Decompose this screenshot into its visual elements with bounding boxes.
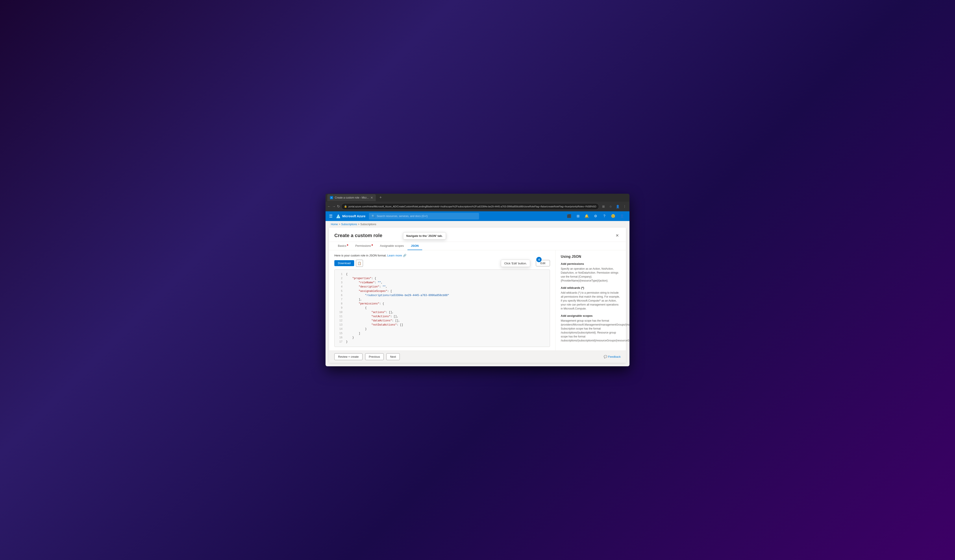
notifications-button[interactable]: 🔔 bbox=[583, 212, 591, 220]
help-section-scopes: Add assignable scopes Management group s… bbox=[561, 314, 621, 343]
tab-bar: Basics Permissions Assignable scopes JSO… bbox=[329, 242, 626, 250]
help-section-permissions-text: Specify an operation as an Action, NotAc… bbox=[561, 267, 621, 282]
search-input[interactable] bbox=[377, 215, 476, 218]
json-line-13: 13 "notDataActions": [] bbox=[337, 323, 547, 327]
browser-window: A Create a custom role - Micr... ✕ + ← →… bbox=[326, 194, 629, 366]
json-line-17: 17 } bbox=[337, 340, 547, 344]
help-section-wildcards: Add wildcards (*) Add wildcards (*) to a… bbox=[561, 286, 621, 310]
extensions-button[interactable]: ⊞ bbox=[600, 203, 607, 209]
cloud-shell-button[interactable]: ⬛ bbox=[565, 212, 573, 220]
account-button[interactable]: 👤 bbox=[618, 212, 626, 220]
help-section-permissions: Add permissions Specify an operation as … bbox=[561, 262, 621, 282]
favorites-button[interactable]: ☆ bbox=[607, 203, 614, 209]
azure-top-actions: ⬛ ⊞ 🔔 ⚙ ? 😊 👤 bbox=[565, 212, 626, 220]
browser-tab[interactable]: A Create a custom role - Micr... ✕ bbox=[327, 194, 376, 201]
json-line-14: 14 } bbox=[337, 327, 547, 331]
json-line-10: 10 "actions": [], bbox=[337, 310, 547, 315]
tab-json[interactable]: JSON Navigate to the 'JSON' tab. bbox=[407, 242, 422, 250]
breadcrumb: Home > Subscriptions > Subscriptions bbox=[326, 221, 629, 228]
tab-favicon: A bbox=[330, 196, 333, 199]
json-tab-tooltip: Navigate to the 'JSON' tab. bbox=[403, 232, 446, 240]
json-toolbar: Download 📋 Click 'Edit' button. 4 Edit bbox=[334, 260, 550, 267]
blade-title: Create a custom role bbox=[334, 233, 614, 239]
help-section-wildcards-title: Add wildcards (*) bbox=[561, 286, 621, 289]
browser-titlebar: A Create a custom role - Micr... ✕ + bbox=[326, 194, 629, 202]
json-line-9: 9 { bbox=[337, 306, 547, 310]
azure-logo-icon bbox=[336, 214, 341, 218]
json-line-4: 4 "description": "", bbox=[337, 285, 547, 289]
blade-header: Create a custom role ✕ bbox=[329, 228, 626, 242]
help-section-scopes-text: Management group scope has the format /p… bbox=[561, 319, 621, 343]
breadcrumb-sep-2: > bbox=[358, 223, 359, 226]
json-line-3: 3 "roleName": "", bbox=[337, 281, 547, 285]
azure-portal-name: Microsoft Azure bbox=[342, 214, 365, 218]
json-line-7: 7 ], bbox=[337, 298, 547, 302]
tab-title: Create a custom role - Micr... bbox=[335, 196, 369, 199]
review-create-button[interactable]: Review + create bbox=[334, 353, 363, 360]
json-line-6: 6 "/subscriptions/ca53384e-be29-4445-a76… bbox=[337, 293, 547, 298]
next-button[interactable]: Next bbox=[386, 353, 400, 360]
tab-close-button[interactable]: ✕ bbox=[371, 196, 373, 200]
azure-top-bar: ☰ Microsoft Azure 🔍 ⬛ ⊞ 🔔 ⚙ ? 😊 👤 bbox=[326, 211, 629, 221]
breadcrumb-home[interactable]: Home bbox=[331, 223, 338, 226]
json-editor: 1 { 2 "properties": { 3 "roleName": "", bbox=[334, 270, 550, 347]
blade-container: Create a custom role ✕ Basics Permission… bbox=[329, 228, 626, 363]
directory-button[interactable]: ⊞ bbox=[574, 212, 582, 220]
json-line-12: 12 "dataActions": [], bbox=[337, 319, 547, 323]
azure-search-bar[interactable]: 🔍 bbox=[369, 213, 479, 220]
url-display: portal.azure.com/#view/Microsoft_Azure_A… bbox=[348, 205, 596, 208]
feedback-label: Feedback bbox=[608, 355, 621, 358]
settings-button[interactable]: ⋮ bbox=[622, 203, 628, 209]
download-button[interactable]: Download bbox=[334, 260, 354, 266]
help-section-scopes-title: Add assignable scopes bbox=[561, 314, 621, 317]
learn-more-link[interactable]: Learn more 🔗 bbox=[387, 254, 406, 257]
json-info-text: Here is your custom role in JSON format.… bbox=[334, 254, 550, 257]
profile-button[interactable]: 👤 bbox=[614, 203, 621, 209]
feedback-button[interactable]: 💬 Feedback bbox=[604, 355, 621, 358]
json-line-1: 1 { bbox=[337, 272, 547, 276]
help-section-permissions-title: Add permissions bbox=[561, 262, 621, 265]
json-line-5: 5 "assignableScopes": [ bbox=[337, 289, 547, 293]
json-line-11: 11 "notActions": [], bbox=[337, 315, 547, 319]
back-button[interactable]: ← bbox=[327, 203, 331, 209]
json-line-15: 15 ] bbox=[337, 332, 547, 336]
address-bar[interactable]: 🔒 portal.azure.com/#view/Microsoft_Azure… bbox=[341, 203, 599, 210]
tab-permissions[interactable]: Permissions bbox=[352, 242, 376, 250]
help-button[interactable]: ? bbox=[600, 212, 608, 220]
hamburger-menu-button[interactable]: ☰ bbox=[329, 214, 333, 218]
tab-basics[interactable]: Basics bbox=[334, 242, 352, 250]
copy-button[interactable]: 📋 bbox=[356, 260, 363, 267]
permissions-required-dot bbox=[371, 244, 373, 246]
blade-close-button[interactable]: ✕ bbox=[614, 232, 621, 239]
new-tab-button[interactable]: + bbox=[377, 195, 384, 201]
help-panel: Using JSON Add permissions Specify an op… bbox=[556, 250, 626, 351]
refresh-button[interactable]: ↻ bbox=[337, 203, 340, 209]
breadcrumb-subscriptions[interactable]: Subscriptions bbox=[341, 223, 357, 226]
feedback-top-button[interactable]: 😊 bbox=[609, 212, 617, 220]
blade-footer: Review + create Previous Next 💬 Feedback bbox=[329, 351, 626, 363]
azure-logo: Microsoft Azure bbox=[336, 214, 365, 218]
json-panel: Here is your custom role in JSON format.… bbox=[329, 250, 556, 351]
tab-content-area: Here is your custom role in JSON format.… bbox=[329, 250, 626, 351]
forward-button[interactable]: → bbox=[332, 203, 336, 209]
search-icon: 🔍 bbox=[371, 215, 375, 218]
browser-toolbar: ← → ↻ 🔒 portal.azure.com/#view/Microsoft… bbox=[326, 202, 629, 211]
previous-button[interactable]: Previous bbox=[365, 353, 384, 360]
settings-button[interactable]: ⚙ bbox=[592, 212, 600, 220]
browser-action-buttons: ⊞ ☆ 👤 ⋮ bbox=[600, 203, 628, 209]
breadcrumb-sep-1: > bbox=[339, 223, 340, 226]
tab-assignable-scopes[interactable]: Assignable scopes bbox=[376, 242, 407, 250]
basics-required-dot bbox=[347, 244, 348, 246]
json-line-2: 2 "properties": { bbox=[337, 276, 547, 281]
breadcrumb-current: Subscriptions bbox=[360, 223, 376, 226]
help-section-wildcards-text: Add wildcards (*) to a permission string… bbox=[561, 291, 621, 310]
json-line-16: 16 } bbox=[337, 336, 547, 340]
json-line-8: 8 "permissions": { bbox=[337, 302, 547, 306]
feedback-icon: 💬 bbox=[604, 355, 607, 358]
azure-portal: ☰ Microsoft Azure 🔍 ⬛ ⊞ 🔔 ⚙ ? 😊 👤 bbox=[326, 211, 629, 366]
help-title: Using JSON bbox=[561, 255, 621, 259]
edit-btn-tooltip: Click 'Edit' button. bbox=[501, 259, 530, 267]
